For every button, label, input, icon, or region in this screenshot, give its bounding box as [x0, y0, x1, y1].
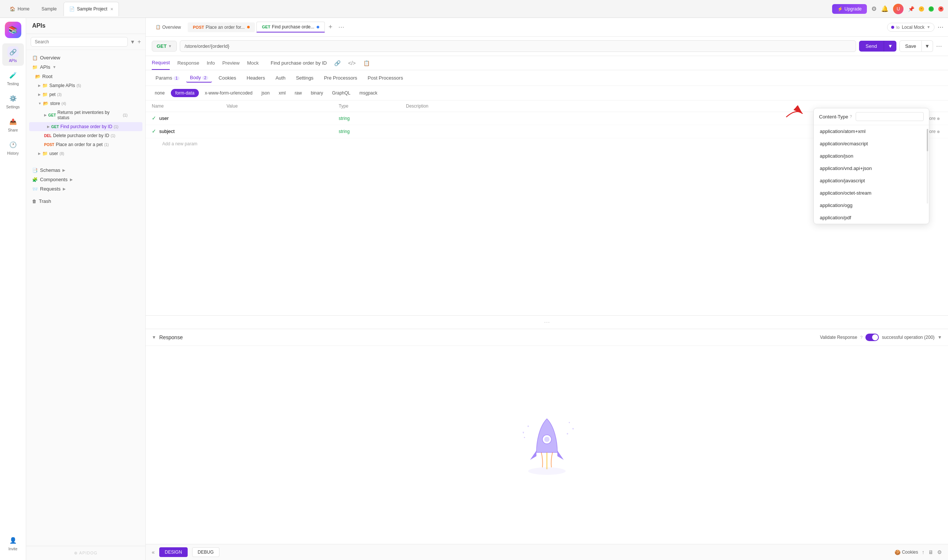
nav-item-schemas[interactable]: 📑 Schemas ▶	[26, 166, 145, 175]
maximize-button[interactable]: □	[929, 6, 934, 12]
content-type-item-5[interactable]: application/octet-stream	[814, 187, 929, 199]
bottom-icon-3[interactable]: ⚙	[937, 549, 942, 555]
tab-cookies[interactable]: Cookies	[215, 74, 240, 82]
method-select[interactable]: GET ▼	[152, 41, 177, 52]
req-tab-response[interactable]: Response	[177, 56, 199, 69]
send-button[interactable]: Send	[859, 41, 884, 52]
sidebar-item-invite[interactable]: 👤 Invite	[2, 532, 24, 554]
add-icon[interactable]: +	[137, 38, 141, 45]
tab-headers[interactable]: Headers	[243, 74, 269, 82]
tree-item-inventories[interactable]: ▶ GET Returns pet inventories by status …	[26, 108, 145, 122]
validate-toggle[interactable]	[865, 334, 879, 341]
tab-close-icon[interactable]: ✕	[110, 7, 113, 11]
save-button[interactable]: Save	[899, 40, 922, 52]
format-binary[interactable]: binary	[308, 89, 326, 97]
add-tab-button[interactable]: +	[326, 23, 335, 31]
more-tabs-button[interactable]: ⋯	[336, 23, 347, 31]
content-type-item-4[interactable]: application/javascript	[814, 174, 929, 187]
avatar[interactable]: U	[893, 4, 903, 14]
folder-open-icon: 📂	[43, 101, 49, 106]
format-xml[interactable]: xml	[276, 89, 288, 97]
main-tab-overview[interactable]: 📋 Overview	[150, 22, 186, 32]
tree-pet[interactable]: ▶ 📁 pet (3)	[26, 90, 145, 99]
content-type-item-7[interactable]: application/pdf	[814, 211, 929, 224]
tab-pre-processors[interactable]: Pre Processors	[321, 74, 361, 82]
format-urlencoded[interactable]: x-www-form-urlencoded	[202, 89, 255, 97]
tree-store[interactable]: ▼ 📂 store (4)	[26, 99, 145, 108]
sidebar-item-apis[interactable]: 🔗 APIs	[2, 43, 24, 66]
content-type-item-0[interactable]: application/atom+xml	[814, 125, 929, 137]
tab-sample-project[interactable]: 📄 Sample Project ✕	[63, 2, 119, 16]
bottom-icon-2[interactable]: 🖥	[928, 549, 933, 555]
main-tab-post[interactable]: POST Place an order for...	[188, 22, 255, 32]
format-json[interactable]: json	[258, 89, 273, 97]
format-graphql[interactable]: GraphQL	[329, 89, 353, 97]
content-type-search[interactable]	[856, 112, 924, 121]
content-type-item-2[interactable]: application/json	[814, 150, 929, 162]
collapse-sidebar-button[interactable]: «	[152, 549, 155, 555]
tab-body[interactable]: Body 2	[186, 73, 212, 83]
sidebar-item-settings[interactable]: ⚙️ Settings	[2, 90, 24, 112]
format-msgpack[interactable]: msgpack	[357, 89, 381, 97]
nav-item-requests[interactable]: 📨 Requests ▶	[26, 184, 145, 194]
tab-settings[interactable]: Settings	[292, 74, 318, 82]
main-tab-get[interactable]: GET Find purchase orde...	[256, 22, 325, 32]
sidebar-item-testing[interactable]: 🧪 Testing	[2, 66, 24, 89]
tree-item-place-order[interactable]: POST Place an order for a pet (1)	[26, 140, 145, 149]
filter-icon[interactable]: ▼	[130, 39, 135, 45]
more-menu-icon[interactable]: ⋯	[937, 23, 943, 31]
settings-icon[interactable]: ⚙	[871, 5, 877, 12]
code-icon[interactable]: </>	[348, 60, 356, 66]
tree-root[interactable]: 📂 Root	[26, 72, 145, 81]
bell-icon[interactable]: 🔔	[881, 5, 889, 12]
response-chevron[interactable]: ▼	[937, 335, 942, 340]
response-header[interactable]: ▼ Response Validate Response ? successfu…	[146, 329, 948, 346]
req-tab-info[interactable]: Info	[207, 56, 215, 69]
content-type-item-6[interactable]: application/ogg	[814, 199, 929, 211]
upgrade-button[interactable]: ⚡ Upgrade	[832, 4, 867, 14]
tree-item-find-order[interactable]: ▶ GET Find purchase order by ID (1)	[29, 122, 142, 131]
req-tab-request[interactable]: Request	[152, 56, 170, 70]
tree-sample-apis[interactable]: ▶ 📁 Sample APIs (5)	[26, 81, 145, 90]
tab-params[interactable]: Params 1	[152, 74, 183, 82]
pin-icon[interactable]: 📌	[908, 6, 914, 12]
url-input[interactable]	[180, 40, 856, 52]
copy-icon[interactable]: 📋	[363, 60, 370, 66]
debug-tab[interactable]: DEBUG	[192, 547, 219, 557]
req-tab-mock[interactable]: Mock	[247, 56, 259, 69]
tree-user[interactable]: ▶ 📁 user (8)	[26, 149, 145, 158]
format-none[interactable]: none	[152, 89, 168, 97]
local-mock-selector[interactable]: lo Local Mock ▼	[887, 23, 934, 32]
tab-post-processors[interactable]: Post Processors	[364, 74, 407, 82]
bottom-icon-1[interactable]: ↑	[922, 549, 925, 555]
content-type-item-1[interactable]: application/ecmascript	[814, 137, 929, 150]
content-type-item-3[interactable]: application/vnd.api+json	[814, 162, 929, 174]
nav-item-trash[interactable]: 🗑 Trash	[26, 197, 145, 206]
close-button[interactable]: ✕	[938, 6, 943, 12]
save-dropdown-button[interactable]: ▼	[922, 40, 933, 52]
format-form-data[interactable]: form-data	[171, 89, 199, 97]
scrollbar-thumb[interactable]	[927, 129, 928, 151]
minimize-button[interactable]: −	[919, 6, 924, 12]
row2-value[interactable]	[220, 125, 333, 138]
row1-value[interactable]	[220, 112, 333, 125]
req-tab-preview[interactable]: Preview	[222, 56, 240, 69]
url-more-button[interactable]: ⋯	[936, 43, 942, 50]
search-bar: ▼ +	[26, 34, 145, 50]
tab-home[interactable]: 🏠 Home	[5, 2, 35, 16]
sidebar-item-share[interactable]: 📤 Share	[2, 113, 24, 135]
cookies-button[interactable]: 🍪 Cookies	[894, 549, 918, 555]
sidebar-item-history[interactable]: 🕐 History	[2, 136, 24, 158]
nav-item-apis[interactable]: 📁 APIs ▼	[26, 62, 145, 72]
format-raw[interactable]: raw	[291, 89, 305, 97]
search-input[interactable]	[31, 37, 128, 47]
nav-item-overview[interactable]: 📋 Overview	[26, 53, 145, 62]
tab-auth[interactable]: Auth	[272, 74, 289, 82]
drag-handle[interactable]: ⋯	[544, 318, 550, 326]
nav-item-components[interactable]: 🧩 Components ▶	[26, 175, 145, 184]
tab-sample[interactable]: Sample	[36, 2, 62, 16]
tree-item-delete-order[interactable]: DEL Delete purchase order by ID (1)	[26, 131, 145, 140]
link-icon[interactable]: 🔗	[334, 60, 341, 66]
design-tab[interactable]: DESIGN	[159, 547, 188, 557]
send-dropdown-button[interactable]: ▼	[884, 41, 896, 52]
